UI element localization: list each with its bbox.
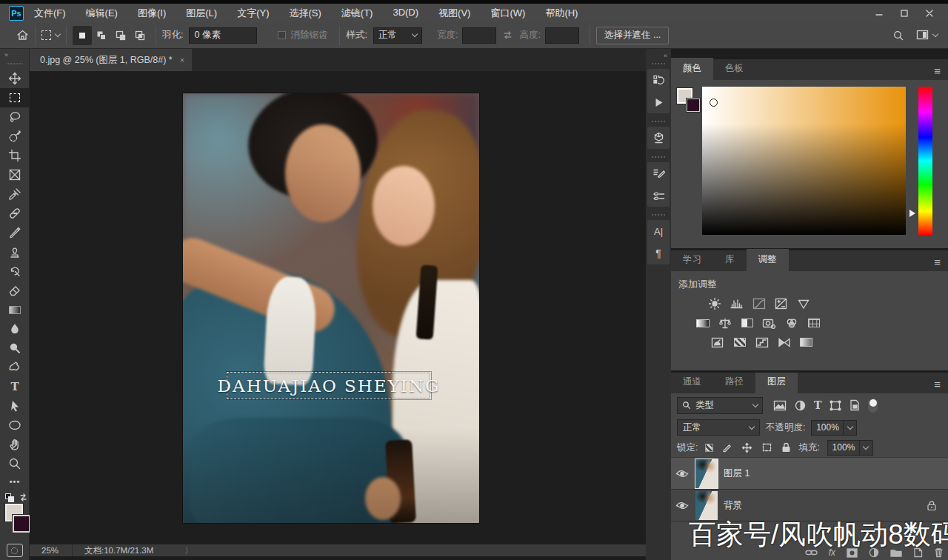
layer-name[interactable]: 图层 1 <box>724 467 750 480</box>
home-icon[interactable] <box>16 29 29 41</box>
tab-layers[interactable]: 图层 <box>755 373 798 393</box>
tool-rectangular-marquee[interactable] <box>0 88 30 107</box>
layer-name[interactable]: 背景 <box>724 499 742 512</box>
photo-filter-icon[interactable] <box>761 316 777 330</box>
tool-brush[interactable] <box>0 223 30 242</box>
saturation-brightness-field[interactable] <box>702 87 906 235</box>
tab-swatches[interactable]: 色板 <box>713 58 755 80</box>
menu-filter[interactable]: 滤镜(T) <box>341 7 373 20</box>
height-input[interactable] <box>545 27 579 44</box>
lock-transparent-icon[interactable] <box>705 444 713 452</box>
search-icon[interactable] <box>892 30 904 41</box>
new-selection-button[interactable] <box>73 26 92 45</box>
hue-saturation-icon[interactable] <box>695 316 710 330</box>
tool-preset-picker[interactable] <box>41 30 60 40</box>
panel-grip[interactable] <box>652 213 665 217</box>
close-button[interactable] <box>917 5 942 21</box>
background-color-swatch[interactable] <box>687 99 700 112</box>
tool-clone-stamp[interactable] <box>0 242 30 261</box>
menu-image[interactable]: 图像(I) <box>138 7 166 20</box>
swap-dimensions-icon[interactable] <box>502 30 513 41</box>
expand-panels-icon[interactable]: « <box>646 49 671 61</box>
panel-grip[interactable] <box>652 119 665 124</box>
lock-artboard-icon[interactable] <box>761 442 772 453</box>
filter-toggle[interactable] <box>868 399 878 413</box>
background-color-swatch[interactable] <box>13 515 30 533</box>
menu-3d[interactable]: 3D(D) <box>393 7 418 20</box>
tab-paths[interactable]: 路径 <box>713 373 755 393</box>
style-select[interactable]: 正常 <box>373 27 422 44</box>
panel-grip[interactable] <box>652 61 665 66</box>
menu-type[interactable]: 文字(Y) <box>237 7 269 20</box>
history-panel-button[interactable] <box>647 69 670 91</box>
document-image[interactable]: DAHUAJIAO SHEYING <box>183 93 479 523</box>
edit-toolbar-button[interactable]: ••• <box>0 473 30 490</box>
visibility-eye-icon[interactable] <box>675 469 690 479</box>
minimize-button[interactable] <box>867 5 892 21</box>
menu-view[interactable]: 视图(V) <box>438 7 470 20</box>
tool-eyedropper[interactable] <box>0 184 30 204</box>
background-lock-icon[interactable] <box>927 501 936 510</box>
intersect-selection-button[interactable] <box>130 26 150 45</box>
visibility-eye-icon[interactable] <box>675 501 690 510</box>
adjustment-layer-filter-icon[interactable] <box>795 400 806 411</box>
tool-crop[interactable] <box>0 146 30 165</box>
tab-libraries[interactable]: 库 <box>713 249 747 271</box>
vibrance-icon[interactable] <box>795 297 811 310</box>
hue-slider-arrow-icon[interactable] <box>909 210 915 217</box>
channel-mixer-icon[interactable] <box>784 316 799 330</box>
layer-filter-type-select[interactable]: 类型 <box>677 397 763 414</box>
type-layer-filter-icon[interactable]: T <box>814 399 821 411</box>
menu-file[interactable]: 文件(F) <box>34 7 66 20</box>
fill-dropdown[interactable] <box>860 440 873 456</box>
pixel-layer-filter-icon[interactable] <box>773 400 787 411</box>
curves-icon[interactable] <box>751 297 767 310</box>
tool-history-brush[interactable] <box>0 261 30 281</box>
brush-settings-panel-button[interactable] <box>647 162 670 184</box>
tool-type[interactable]: T <box>0 377 30 396</box>
exposure-icon[interactable] <box>773 297 789 310</box>
tab-adjustments[interactable]: 调整 <box>747 249 789 271</box>
menu-window[interactable]: 窗口(W) <box>490 7 525 20</box>
tool-zoom[interactable] <box>0 454 30 473</box>
brightness-contrast-icon[interactable] <box>707 297 722 310</box>
3d-panel-button[interactable] <box>647 127 670 149</box>
layer-row-layer1[interactable]: 图层 1 <box>671 458 948 490</box>
tool-object-selection[interactable] <box>0 127 30 146</box>
menu-select[interactable]: 选择(S) <box>289 7 321 20</box>
menu-layer[interactable]: 图层(L) <box>186 7 217 20</box>
feather-input[interactable]: 0 像素 <box>189 27 257 44</box>
panel-grip[interactable] <box>6 61 23 66</box>
panel-grip[interactable] <box>652 155 665 159</box>
tool-eraser[interactable] <box>0 281 30 300</box>
gradient-map-icon[interactable] <box>776 336 792 349</box>
tab-color[interactable]: 颜色 <box>671 58 713 80</box>
tool-move[interactable] <box>0 69 30 88</box>
antialias-checkbox-group[interactable]: 消除锯齿 <box>278 29 327 41</box>
blend-mode-select[interactable]: 正常 <box>677 419 760 436</box>
subtract-from-selection-button[interactable] <box>111 26 130 45</box>
character-panel-button[interactable]: A| <box>647 220 670 242</box>
close-tab-icon[interactable]: × <box>180 56 184 64</box>
hue-slider[interactable] <box>918 87 932 235</box>
document-tab[interactable]: 0.jpg @ 25% (图层 1, RGB/8#) * × <box>30 49 192 71</box>
panel-menu-icon[interactable]: ≡ <box>927 253 948 271</box>
tool-dodge[interactable] <box>0 339 30 358</box>
default-swap-colors[interactable] <box>0 490 29 502</box>
add-to-selection-button[interactable] <box>92 26 111 45</box>
invert-icon[interactable] <box>710 336 725 349</box>
threshold-icon[interactable] <box>754 336 770 349</box>
panel-menu-icon[interactable]: ≡ <box>927 375 948 393</box>
antialias-checkbox[interactable] <box>278 31 286 39</box>
panel-menu-icon[interactable]: ≡ <box>927 61 948 80</box>
fill-input[interactable]: 100% <box>827 440 860 456</box>
opacity-dropdown[interactable] <box>844 420 857 436</box>
quick-mask-button[interactable] <box>7 544 23 557</box>
select-and-mask-button[interactable]: 选择并遮住 ... <box>596 27 669 44</box>
brushes-panel-button[interactable] <box>647 184 670 207</box>
zoom-level[interactable]: 25% <box>30 546 72 555</box>
menu-edit[interactable]: 编辑(E) <box>86 7 118 20</box>
tool-hand[interactable] <box>0 435 30 454</box>
tool-blur[interactable] <box>0 319 30 339</box>
selection-marquee[interactable]: DAHUAJIAO SHEYING <box>227 372 431 399</box>
